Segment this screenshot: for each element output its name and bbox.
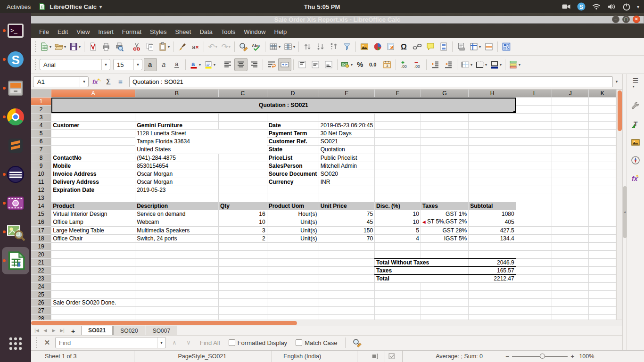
row-header-11[interactable]: 11 <box>31 178 51 186</box>
cell-I2[interactable] <box>516 105 552 113</box>
cell-B18[interactable]: Switch, 24 ports <box>135 234 219 242</box>
cell-C4[interactable] <box>218 121 267 129</box>
volume-icon[interactable] <box>607 2 616 11</box>
cell-K12[interactable] <box>589 186 616 194</box>
insert-chart-button[interactable] <box>371 40 384 53</box>
cell-G28[interactable] <box>421 314 468 320</box>
del-decimal-button[interactable]: .00 <box>411 58 424 71</box>
row-header-28[interactable]: 28 <box>31 314 51 320</box>
cell-D18[interactable]: Unit(s) <box>267 234 319 242</box>
cell-A10[interactable]: Invoice Address <box>51 170 135 178</box>
horizontal-scrollbar[interactable] <box>31 320 622 326</box>
cell-F6[interactable] <box>375 137 421 145</box>
cell-K22[interactable] <box>589 266 616 274</box>
cell-F4[interactable] <box>375 121 421 129</box>
cell-G6[interactable] <box>421 137 468 145</box>
cell-A8[interactable]: ContactNo <box>51 154 135 162</box>
cell-G16[interactable]: ◀ST 5%,GST 2% <box>421 218 468 226</box>
cell-A6[interactable] <box>51 137 135 145</box>
cell-E22[interactable] <box>319 266 374 274</box>
cell-E9[interactable]: Mitchell Admin <box>319 162 374 170</box>
cell-H9[interactable] <box>469 162 516 170</box>
cell-B17[interactable]: Multimedia Speakers <box>135 226 219 234</box>
cell-E12[interactable] <box>319 186 374 194</box>
cell-F28[interactable] <box>375 314 421 320</box>
cell-C21[interactable] <box>218 258 267 266</box>
wifi-icon[interactable] <box>592 2 601 11</box>
cell-K2[interactable] <box>589 105 616 113</box>
row-header-5[interactable]: 5 <box>31 129 51 137</box>
sort-desc-button[interactable] <box>327 40 340 53</box>
cell-H10[interactable] <box>469 170 516 178</box>
cell-J20[interactable] <box>552 250 588 258</box>
cell-J5[interactable] <box>552 129 588 137</box>
cell-K15[interactable] <box>589 210 616 218</box>
cell-K7[interactable] <box>589 146 616 154</box>
cell-J16[interactable] <box>552 218 588 226</box>
sort-asc-button[interactable] <box>314 40 327 53</box>
open-dropdown-icon[interactable]: ▾ <box>64 45 66 49</box>
title-bar[interactable]: Sale Order Xls Report.xls - LibreOffice … <box>31 13 644 26</box>
cell-G11[interactable] <box>421 178 468 186</box>
cell-K28[interactable] <box>589 314 616 320</box>
cell-K13[interactable] <box>589 194 616 202</box>
cell-I21[interactable] <box>516 258 552 266</box>
cell-H24[interactable] <box>469 282 516 290</box>
row-header-1[interactable]: 1 <box>31 97 51 105</box>
cell-H3[interactable] <box>469 113 516 121</box>
selection-handle[interactable] <box>513 111 516 114</box>
insert-image-button[interactable] <box>358 40 371 53</box>
find-input[interactable] <box>56 339 157 346</box>
cell-K8[interactable] <box>589 154 616 162</box>
dock-item-terminal[interactable]: >_ <box>2 17 29 44</box>
paste-dropdown-icon[interactable]: ▾ <box>168 45 170 49</box>
cell-A27[interactable] <box>51 306 135 314</box>
align-center-button[interactable] <box>234 58 248 71</box>
cell-B9[interactable]: 8530154654 <box>135 162 219 170</box>
skype-top-icon[interactable]: S <box>577 2 586 11</box>
toolbar-grip[interactable] <box>33 41 37 52</box>
sidebar-gallery-button[interactable] <box>629 136 642 149</box>
formula-button[interactable]: = <box>115 75 127 88</box>
open-button[interactable]: ▾ <box>53 40 67 53</box>
cell-H16[interactable]: 405 <box>469 218 516 226</box>
language-status[interactable]: English (India) <box>283 353 321 360</box>
cell-B11[interactable]: Oscar Morgan <box>135 178 219 186</box>
cell-B27[interactable] <box>135 306 219 314</box>
insert-mode-icon[interactable] <box>371 352 380 361</box>
cell-D21[interactable] <box>267 258 319 266</box>
menu-tools[interactable]: Tools <box>217 26 239 38</box>
column-header-F[interactable]: F <box>375 90 421 97</box>
cell-C19[interactable] <box>218 242 267 250</box>
cell-E25[interactable] <box>319 290 374 298</box>
vertical-scrollbar-thumb[interactable] <box>618 90 622 131</box>
cell-B8[interactable]: (941)-284-4875 <box>135 154 219 162</box>
cell-D14[interactable]: Product Uom <box>267 202 319 210</box>
cell-D5[interactable]: Payment Term <box>267 129 319 137</box>
row-header-19[interactable]: 19 <box>31 242 51 250</box>
cell-I11[interactable] <box>516 178 552 186</box>
redo-button[interactable]: ↷▾ <box>219 40 232 53</box>
cell-J7[interactable] <box>552 146 588 154</box>
cell-C18[interactable]: 2 <box>218 234 267 242</box>
cell-F11[interactable] <box>375 178 421 186</box>
cell-A11[interactable]: Delivery Address <box>51 178 135 186</box>
cell-G26[interactable] <box>421 298 468 306</box>
find-dropdown-icon[interactable]: ▾ <box>157 337 165 348</box>
cell-E6[interactable]: SO021 <box>319 137 374 145</box>
row-header-10[interactable]: 10 <box>31 170 51 178</box>
cell-J24[interactable] <box>552 282 588 290</box>
cell-E23[interactable] <box>319 274 374 282</box>
align-bottom-button[interactable] <box>322 58 335 71</box>
power-icon[interactable] <box>622 2 631 11</box>
clock[interactable]: Thu 5:05 PM <box>304 3 340 10</box>
currency-dropdown-icon[interactable]: ▾ <box>351 63 353 67</box>
find-previous-button[interactable]: ∧ <box>169 339 180 346</box>
column-header-C[interactable]: C <box>218 90 267 97</box>
cell-K25[interactable] <box>589 290 616 298</box>
undo-dropdown-icon[interactable]: ▾ <box>215 45 217 49</box>
cell-B24[interactable] <box>135 282 219 290</box>
column-header-D[interactable]: D <box>267 90 319 97</box>
cell-D16[interactable]: Unit(s) <box>267 218 319 226</box>
date-format-button[interactable]: 3 <box>380 58 394 71</box>
